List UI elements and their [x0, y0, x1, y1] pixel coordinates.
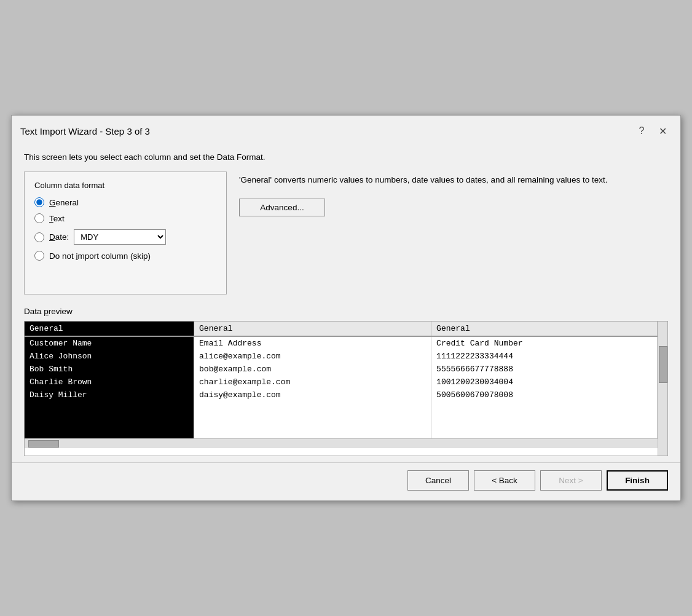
data-preview-title: Data preview [24, 307, 668, 316]
table-row: Bob Smith bob@example.com 55556666777788… [25, 363, 658, 376]
cancel-button[interactable]: Cancel [407, 470, 469, 491]
data-preview-section: Data preview General General General [24, 307, 668, 456]
table-row: Alice Johnson alice@example.com 11112222… [25, 350, 658, 363]
column-format-box: Column data format General Text [24, 172, 227, 294]
general-description: 'General' converts numeric values to num… [239, 174, 668, 186]
dialog-window: Text Import Wizard - Step 3 of 3 ? ✕ Thi… [11, 115, 681, 501]
v-scrollbar-thumb[interactable] [659, 346, 667, 383]
row5-col3: 5005600670078008 [431, 389, 658, 401]
footer: Cancel < Back Next > Finish [12, 462, 680, 500]
row5-col1: Daisy Miller [25, 389, 194, 401]
row4-col3: 1001200230034004 [431, 376, 658, 389]
radio-skip-row: Do not import column (skip) [34, 251, 216, 261]
col3-header[interactable]: General [431, 322, 658, 336]
close-button[interactable]: ✕ [653, 122, 672, 140]
empty-col3 [431, 401, 658, 438]
finish-button[interactable]: Finish [607, 470, 668, 491]
right-panel: 'General' converts numeric values to num… [239, 172, 668, 294]
radio-text-row: Text [34, 213, 216, 223]
next-button[interactable]: Next > [540, 470, 602, 491]
preview-table-wrapper: General General General Customer Name Em… [25, 322, 658, 456]
title-bar: Text Import Wizard - Step 3 of 3 ? ✕ [12, 116, 680, 144]
help-button[interactable]: ? [632, 122, 651, 140]
table-row: Customer Name Email Address Credit Card … [25, 336, 658, 350]
back-button[interactable]: < Back [474, 470, 535, 491]
column-format-title: Column data format [34, 181, 216, 190]
vertical-scrollbar[interactable] [658, 322, 667, 456]
table-row: Charlie Brown charlie@example.com 100120… [25, 376, 658, 389]
row2-col1: Alice Johnson [25, 350, 194, 363]
row3-col3: 5555666677778888 [431, 363, 658, 376]
radio-general-row: General [34, 197, 216, 207]
row2-col2: alice@example.com [194, 350, 431, 363]
preview-container: General General General Customer Name Em… [24, 321, 668, 456]
row3-col1: Bob Smith [25, 363, 194, 376]
row1-col1: Customer Name [25, 336, 194, 350]
radio-skip-label[interactable]: Do not import column (skip) [49, 251, 151, 261]
description-text: This screen lets you select each column … [24, 152, 668, 162]
radio-text-label[interactable]: Text [49, 214, 65, 223]
radio-date[interactable] [34, 232, 44, 242]
preview-table: General General General Customer Name Em… [25, 322, 658, 438]
row4-col2: charlie@example.com [194, 376, 431, 389]
empty-col2 [194, 401, 431, 438]
radio-date-label[interactable]: Date: [49, 232, 69, 242]
radio-date-row: Date: MDY DMY YMD MYD DYM YDM [34, 229, 216, 245]
row1-col2: Email Address [194, 336, 431, 350]
dialog-body: This screen lets you select each column … [12, 144, 680, 462]
radio-general-label[interactable]: General [49, 198, 79, 207]
table-row-empty [25, 401, 658, 438]
row4-col1: Charlie Brown [25, 376, 194, 389]
radio-skip[interactable] [34, 251, 44, 261]
table-row: Daisy Miller daisy@example.com 500560067… [25, 389, 658, 401]
col2-header[interactable]: General [194, 322, 431, 336]
col1-header[interactable]: General [25, 322, 194, 336]
row2-col3: 1111222233334444 [431, 350, 658, 363]
row5-col2: daisy@example.com [194, 389, 431, 401]
horizontal-scrollbar[interactable] [25, 438, 658, 448]
main-content: Column data format General Text [24, 172, 668, 294]
row1-col3: Credit Card Number [431, 336, 658, 350]
radio-text[interactable] [34, 213, 44, 223]
date-format-select[interactable]: MDY DMY YMD MYD DYM YDM [74, 229, 166, 245]
dialog-title: Text Import Wizard - Step 3 of 3 [20, 126, 150, 136]
row3-col2: bob@example.com [194, 363, 431, 376]
radio-general[interactable] [34, 197, 44, 207]
empty-col1 [25, 401, 194, 438]
h-scrollbar-thumb[interactable] [28, 440, 59, 448]
preview-header-row: General General General [25, 322, 658, 336]
advanced-button[interactable]: Advanced... [239, 199, 325, 216]
